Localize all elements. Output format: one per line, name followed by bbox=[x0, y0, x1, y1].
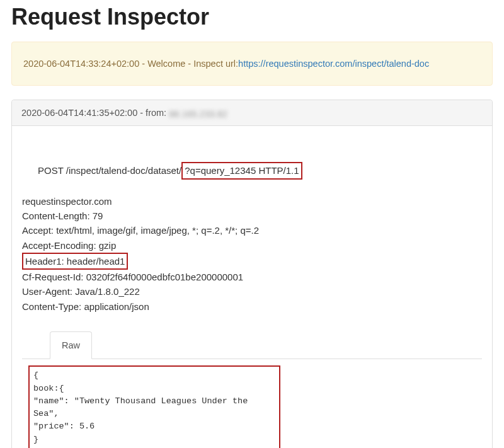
raw-wrap: { book:{ "name": "Twenty Thousand League… bbox=[22, 359, 482, 448]
header-host: requestinspector.com bbox=[22, 194, 482, 209]
page-title: Request Inspector bbox=[11, 4, 493, 30]
header-user-agent: User-Agent: Java/1.8.0_222 bbox=[22, 284, 482, 299]
raw-body: { book:{ "name": "Twenty Thousand League… bbox=[28, 365, 280, 448]
welcome-message: Welcome - Inspect url: bbox=[147, 59, 238, 69]
inspect-url-link[interactable]: https://requestinspector.com/inspect/tal… bbox=[238, 59, 429, 69]
query-highlight: ?q=query_12345 HTTP/1.1 bbox=[181, 162, 302, 179]
request-method-path: POST /inspect/talend-doc/dataset/ bbox=[38, 165, 181, 176]
header-content-type: Content-Type: application/json bbox=[22, 299, 482, 314]
tabs: Raw bbox=[22, 331, 482, 359]
welcome-banner: 2020-06-04T14:33:24+02:00 - Welcome - In… bbox=[11, 42, 493, 86]
header1-highlight: Header1: header/head1 bbox=[22, 253, 128, 270]
request-panel: 2020-06-04T14:41:35+02:00 - from: 88.165… bbox=[11, 100, 493, 448]
header-accept-encoding: Accept-Encoding: gzip bbox=[22, 238, 482, 253]
header-header1: Header1: header/head1 bbox=[22, 253, 482, 270]
tab-raw[interactable]: Raw bbox=[50, 331, 92, 359]
request-from-ip: 88.165.233.82 bbox=[169, 109, 219, 118]
request-body-area: POST /inspect/talend-doc/dataset/?q=quer… bbox=[12, 126, 492, 448]
header-content-length: Content-Length: 79 bbox=[22, 209, 482, 223]
request-heading: 2020-06-04T14:41:35+02:00 - from: 88.165… bbox=[12, 100, 492, 126]
header-accept: Accept: text/html, image/gif, image/jpeg… bbox=[22, 223, 482, 238]
request-line: POST /inspect/talend-doc/dataset/?q=quer… bbox=[22, 147, 482, 194]
header-cf-request-id: Cf-Request-Id: 0320f2f64f0000edbfc01be20… bbox=[22, 270, 482, 284]
welcome-timestamp: 2020-06-04T14:33:24+02:00 bbox=[23, 59, 139, 69]
request-from-label: - from: bbox=[137, 108, 169, 118]
request-timestamp: 2020-06-04T14:41:35+02:00 bbox=[21, 108, 137, 118]
welcome-sep: - bbox=[139, 59, 147, 69]
